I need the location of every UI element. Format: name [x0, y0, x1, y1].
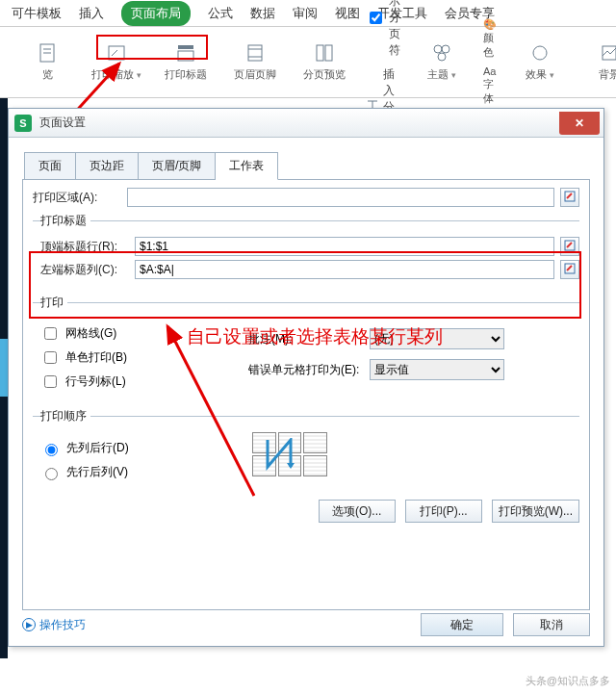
svg-point-14	[533, 46, 547, 60]
title-rows-picker[interactable]	[560, 237, 579, 256]
rowcol-checkbox[interactable]	[44, 375, 57, 388]
tab-review[interactable]: 审阅	[293, 5, 318, 22]
title-cols-input[interactable]	[135, 260, 554, 279]
tips-link[interactable]: ▶ 操作技巧	[22, 617, 86, 633]
theme-label: 主题	[427, 67, 456, 82]
svg-rect-3	[109, 46, 124, 60]
title-rows-label: 顶端标题行(R):	[40, 239, 129, 255]
tab-formula[interactable]: 公式	[208, 5, 233, 22]
print-area-picker[interactable]	[560, 188, 579, 207]
print-area-label: 打印区域(A):	[33, 190, 121, 206]
header-footer-button[interactable]: 页眉页脚	[227, 42, 283, 82]
tab-header-footer[interactable]: 页眉/页脚	[139, 152, 216, 180]
print-scale-label: 打印缩放	[91, 67, 141, 82]
close-icon: ✕	[575, 116, 584, 130]
dialog-title: 页面设置	[39, 115, 86, 131]
comments-label: 批注(M):	[248, 331, 364, 347]
print-scale-button[interactable]: 打印缩放	[89, 42, 144, 82]
down-over-label: 先列后行(D)	[66, 440, 129, 456]
svg-point-12	[442, 45, 449, 53]
title-rows-input[interactable]	[135, 237, 554, 256]
ok-button[interactable]: 确定	[421, 613, 503, 636]
print-titles-label: 打印标题	[165, 67, 207, 82]
dialog-titlebar: S 页面设置 ✕	[9, 109, 603, 138]
errors-select[interactable]: 显示值	[370, 359, 504, 380]
tab-page-layout[interactable]: 页面布局	[121, 1, 191, 26]
background-button[interactable]: 背景	[581, 42, 616, 82]
title-cols-picker[interactable]	[560, 260, 579, 279]
print-button[interactable]: 打印(P)...	[405, 500, 482, 523]
theme-icon	[432, 42, 451, 64]
svg-rect-5	[178, 51, 193, 61]
close-button[interactable]: ✕	[559, 112, 600, 135]
over-down-label: 先行后列(V)	[66, 464, 128, 480]
titles-icon	[176, 42, 195, 64]
tab-template[interactable]: 可牛模板	[12, 5, 62, 22]
range-picker-icon	[564, 263, 576, 277]
show-breaks-label: 显示分页符	[389, 0, 400, 59]
show-breaks-checkbox[interactable]	[370, 12, 382, 24]
page-icon	[37, 42, 58, 64]
svg-rect-4	[178, 45, 193, 49]
down-over-radio[interactable]	[45, 444, 58, 456]
tips-label: 操作技巧	[39, 617, 86, 633]
tab-page[interactable]: 页面	[24, 152, 76, 180]
svg-rect-6	[248, 45, 262, 61]
page-setup-dialog: S 页面设置 ✕ 页面 页边距 页眉/页脚 工作表 打印区域(A):	[8, 108, 604, 647]
effects-icon	[531, 42, 549, 64]
play-icon: ▶	[22, 618, 36, 631]
print-area-input[interactable]	[127, 188, 554, 207]
tab-insert[interactable]: 插入	[79, 5, 104, 22]
preview-edge-label: 览	[42, 68, 53, 80]
range-picker-icon	[564, 240, 576, 254]
cancel-button[interactable]: 取消	[513, 613, 590, 636]
ribbon-page-layout: 览 打印缩放 打印标题 页眉页脚 分页预览 显示分页符	[0, 27, 616, 98]
svg-point-11	[434, 45, 442, 53]
print-preview-button[interactable]: 打印预览(W)...	[492, 500, 579, 523]
over-down-radio[interactable]	[45, 468, 58, 480]
range-picker-icon	[564, 191, 576, 205]
gridlines-checkbox[interactable]	[44, 327, 57, 340]
tab-view[interactable]: 视图	[335, 5, 360, 22]
sheet-panel: 打印区域(A): 打印标题 顶端标题行(R):	[22, 179, 590, 610]
watermark: 头条@知识点多多	[526, 674, 610, 688]
color-dropdown[interactable]: 🎨颜色	[483, 18, 499, 60]
dialog-tabs: 页面 页边距 页眉/页脚 工作表	[9, 138, 603, 179]
effects-label: 效果	[526, 67, 554, 82]
wps-logo-icon: S	[14, 115, 32, 132]
scale-icon	[106, 42, 127, 64]
comments-select[interactable]: (无)	[370, 328, 504, 349]
rowcol-label: 行号列标(L)	[65, 373, 126, 390]
order-legend: 打印顺序	[40, 408, 90, 424]
header-footer-icon	[245, 42, 265, 64]
tab-data[interactable]: 数据	[250, 5, 275, 22]
effects-button[interactable]: 效果	[512, 42, 568, 82]
print-preview-edge[interactable]: 览	[19, 42, 75, 82]
editor-left-edge	[0, 98, 8, 658]
theme-button[interactable]: 主题	[414, 42, 470, 82]
header-footer-label: 页眉页脚	[234, 67, 276, 82]
svg-rect-9	[317, 45, 323, 61]
title-cols-label: 左端标题列(C):	[40, 262, 129, 278]
svg-point-13	[438, 53, 446, 61]
background-icon	[601, 42, 616, 64]
show-breaks-toggle[interactable]: 显示分页符	[366, 0, 400, 59]
background-label: 背景	[599, 67, 616, 82]
page-break-preview-button[interactable]: 分页预览	[296, 42, 352, 82]
bw-checkbox[interactable]	[44, 351, 57, 364]
break-preview-icon	[315, 42, 334, 64]
print-legend: 打印	[40, 295, 67, 311]
font-dropdown[interactable]: Aa字体	[483, 65, 499, 106]
tab-margins[interactable]: 页边距	[76, 152, 139, 180]
bw-label: 单色打印(B)	[65, 349, 127, 366]
svg-rect-10	[325, 45, 332, 61]
page-break-preview-label: 分页预览	[303, 67, 346, 82]
ribbon-tabs: 可牛模板 插入 页面布局 公式 数据 审阅 视图 开发工具 会员专享	[0, 0, 616, 27]
tab-sheet[interactable]: 工作表	[216, 152, 278, 180]
print-titles-button[interactable]: 打印标题	[158, 42, 214, 82]
titles-legend: 打印标题	[40, 213, 90, 229]
options-button[interactable]: 选项(O)...	[319, 500, 396, 523]
print-order-preview	[252, 432, 327, 476]
errors-label: 错误单元格打印为(E):	[248, 362, 364, 378]
gridlines-label: 网格线(G)	[65, 325, 116, 342]
